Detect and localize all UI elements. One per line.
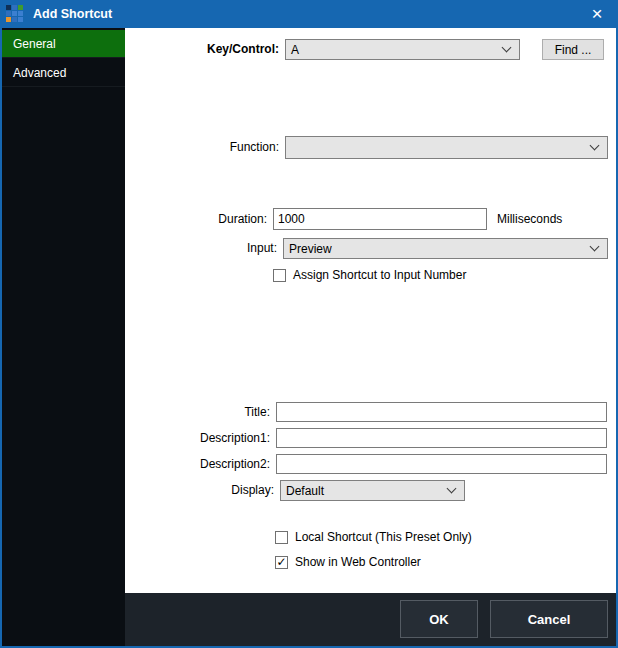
description2-input[interactable] xyxy=(276,454,607,474)
duration-label: Duration: xyxy=(137,208,267,230)
find-button[interactable]: Find ... xyxy=(542,39,604,60)
web-controller-checkbox[interactable]: ✓ Show in Web Controller xyxy=(275,555,421,569)
input-value: Preview xyxy=(289,242,332,256)
close-icon[interactable]: × xyxy=(580,0,614,28)
function-label: Function: xyxy=(149,136,279,159)
local-shortcut-checkbox[interactable]: Local Shortcut (This Preset Only) xyxy=(275,530,472,544)
milliseconds-label: Milliseconds xyxy=(497,208,562,230)
display-value: Default xyxy=(286,484,324,498)
checkbox-checked-icon[interactable]: ✓ xyxy=(275,556,288,569)
key-control-label: Key/Control: xyxy=(149,39,279,60)
title-label: Title: xyxy=(140,402,270,422)
key-control-value: A xyxy=(291,43,299,57)
input-dropdown[interactable]: Preview xyxy=(283,238,608,259)
sidebar: General Advanced xyxy=(2,28,125,646)
tab-advanced[interactable]: Advanced xyxy=(2,59,125,87)
checkbox-icon[interactable] xyxy=(275,531,288,544)
cancel-button[interactable]: Cancel xyxy=(490,600,608,638)
vmix-logo-icon xyxy=(6,5,23,22)
chevron-down-icon xyxy=(590,242,600,252)
description2-label: Description2: xyxy=(140,454,270,474)
titlebar: Add Shortcut × xyxy=(0,0,618,28)
assign-input-number-label: Assign Shortcut to Input Number xyxy=(293,268,466,282)
tab-general[interactable]: General xyxy=(2,30,125,58)
checkbox-icon[interactable] xyxy=(273,269,286,282)
description1-input[interactable] xyxy=(276,428,607,448)
description1-label: Description1: xyxy=(140,428,270,448)
display-dropdown[interactable]: Default xyxy=(280,480,465,501)
web-controller-label: Show in Web Controller xyxy=(295,555,421,569)
input-label: Input: xyxy=(147,238,277,259)
function-dropdown[interactable] xyxy=(285,136,608,159)
window-title: Add Shortcut xyxy=(33,0,112,28)
add-shortcut-dialog: Add Shortcut × General Advanced Key/Cont… xyxy=(0,0,618,648)
display-label: Display: xyxy=(144,480,274,501)
title-input[interactable] xyxy=(276,402,607,422)
chevron-down-icon xyxy=(502,43,512,53)
key-control-dropdown[interactable]: A xyxy=(285,39,520,60)
duration-input[interactable] xyxy=(273,208,487,230)
footer-bar: OK Cancel xyxy=(125,593,616,646)
ok-button[interactable]: OK xyxy=(400,600,478,638)
chevron-down-icon xyxy=(447,484,457,494)
local-shortcut-label: Local Shortcut (This Preset Only) xyxy=(295,530,472,544)
chevron-down-icon xyxy=(590,141,600,151)
assign-input-number-checkbox[interactable]: Assign Shortcut to Input Number xyxy=(273,268,466,282)
